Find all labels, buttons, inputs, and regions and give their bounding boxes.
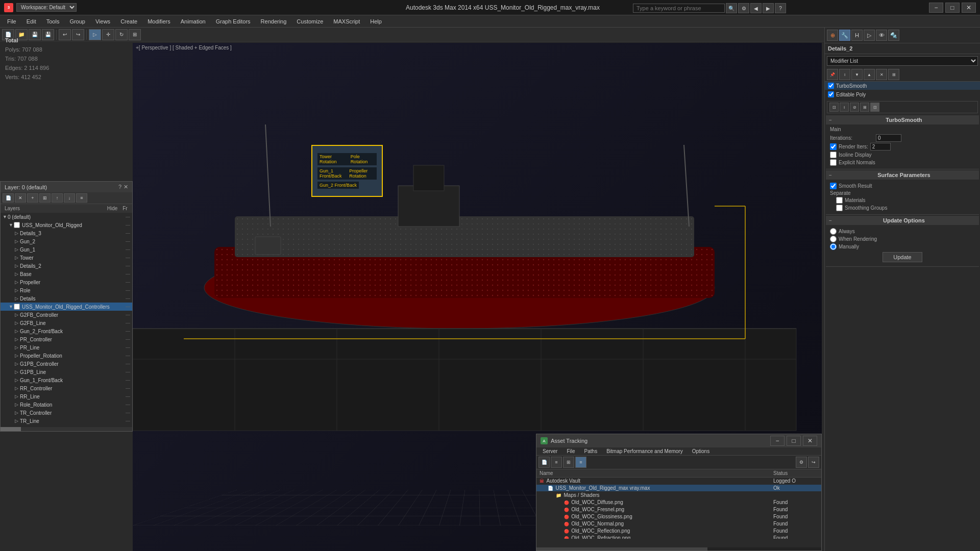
menu-group[interactable]: Group bbox=[64, 17, 90, 26]
help-button[interactable]: ? bbox=[775, 3, 786, 13]
layer-tool-2[interactable]: ✕ bbox=[15, 193, 26, 203]
layer-item[interactable]: ▷Gun_1— bbox=[1, 245, 132, 254]
layer-expand-icon[interactable]: ▷ bbox=[15, 378, 20, 383]
asset-row[interactable]: 🔴 Old_WOC_Reflection.pngFound bbox=[536, 528, 821, 535]
menu-animation[interactable]: Animation bbox=[176, 17, 211, 26]
layer-item[interactable]: ▼USS_Monitor_Old_Rigged_Controllers— bbox=[1, 303, 132, 311]
surface-params-header[interactable]: − Surface Parameters bbox=[826, 170, 979, 180]
sub-icon-5[interactable]: ⊡ bbox=[870, 103, 879, 112]
layer-expand-icon[interactable]: ▷ bbox=[15, 255, 20, 260]
search-input[interactable] bbox=[633, 4, 725, 13]
layer-expand-icon[interactable]: ▷ bbox=[15, 345, 20, 350]
layer-item[interactable]: ▷Role— bbox=[1, 286, 132, 294]
turbosmooth-active[interactable] bbox=[828, 83, 834, 89]
search-options[interactable]: ⚙ bbox=[738, 3, 749, 13]
layer-expand-icon[interactable]: ▷ bbox=[15, 263, 20, 268]
layer-item[interactable]: ▷PR_Line— bbox=[1, 343, 132, 352]
sub-icon-3[interactable]: ⊘ bbox=[850, 103, 859, 112]
layer-item[interactable]: ▷Gun_2_Front/Back— bbox=[1, 327, 132, 335]
asset-titlebar[interactable]: A Asset Tracking − □ ✕ bbox=[536, 434, 821, 447]
layer-tool-7[interactable]: ≡ bbox=[76, 193, 87, 203]
asset-menu-paths[interactable]: Paths bbox=[580, 447, 602, 455]
panel-icon-create[interactable]: ⊕ bbox=[827, 30, 838, 41]
menu-modifiers[interactable]: Modifiers bbox=[142, 17, 176, 26]
explicit-normals-check[interactable] bbox=[830, 159, 837, 166]
maximize-button[interactable]: □ bbox=[945, 3, 960, 13]
modifier-tool-1[interactable]: I bbox=[839, 69, 850, 80]
menu-create[interactable]: Create bbox=[115, 17, 142, 26]
modifier-list-dropdown[interactable]: Modifier List bbox=[827, 56, 978, 66]
panel-icon-display[interactable]: 👁 bbox=[876, 30, 887, 41]
asset-maximize[interactable]: □ bbox=[787, 436, 801, 446]
menu-graph-editors[interactable]: Graph Editors bbox=[211, 17, 256, 26]
layer-expand-icon[interactable]: ▷ bbox=[15, 329, 20, 334]
layer-item[interactable]: ▷PR_Controller— bbox=[1, 335, 132, 343]
toolbar-redo[interactable]: ↪ bbox=[72, 29, 84, 40]
asset-tool-6[interactable]: ↪ bbox=[808, 457, 819, 468]
materials-check[interactable] bbox=[836, 197, 843, 204]
layer-item[interactable]: ▷Gun_2— bbox=[1, 237, 132, 245]
layer-item[interactable]: ▷Propeller_Rotation— bbox=[1, 352, 132, 360]
asset-row[interactable]: 🔴 Old_WOC_Diffuse.pngFound bbox=[536, 499, 821, 506]
sub-icon-4[interactable]: ⊞ bbox=[860, 103, 869, 112]
asset-row[interactable]: 🔴 Old_WOC_Refraction.pngFound bbox=[536, 535, 821, 539]
iterations-input[interactable] bbox=[876, 134, 901, 142]
asset-scroll-track[interactable] bbox=[536, 547, 821, 550]
forward-nav[interactable]: ▶ bbox=[763, 3, 774, 13]
toolbar-select[interactable]: ▷ bbox=[89, 29, 101, 40]
menu-rendering[interactable]: Rendering bbox=[256, 17, 292, 26]
update-button[interactable]: Update bbox=[883, 252, 922, 262]
modifier-editable-poly[interactable]: Editable Poly bbox=[825, 90, 980, 99]
asset-row[interactable]: 📄 USS_Monitor_Old_Rigged_max vray.maxOk bbox=[536, 485, 821, 492]
layers-scroll-thumb[interactable] bbox=[1, 427, 21, 431]
panel-icon-motion[interactable]: ▷ bbox=[864, 30, 875, 41]
layer-item[interactable]: ▷TR_Line— bbox=[1, 417, 132, 425]
turbosmooth-header[interactable]: − TurboSmooth bbox=[826, 115, 979, 124]
layer-item[interactable]: ▷Role_Rotation— bbox=[1, 400, 132, 409]
editablepoly-active[interactable] bbox=[828, 91, 834, 97]
menu-views[interactable]: Views bbox=[90, 17, 115, 26]
layer-expand-icon[interactable]: ▷ bbox=[15, 402, 20, 407]
modifier-tool-5[interactable]: ⊞ bbox=[888, 69, 899, 80]
layer-expand-icon[interactable]: ▷ bbox=[15, 288, 20, 293]
layer-expand-icon[interactable]: ▷ bbox=[15, 369, 20, 374]
panel-icon-utilities[interactable]: 🔩 bbox=[888, 30, 899, 41]
layer-item[interactable]: ▷Gun_1_Front/Back— bbox=[1, 376, 132, 384]
toolbar-rotate[interactable]: ↻ bbox=[115, 29, 128, 40]
layers-panel-header[interactable]: Layer: 0 (default) ? ✕ bbox=[1, 182, 132, 192]
layer-expand-icon[interactable]: ▷ bbox=[15, 361, 20, 366]
panel-icon-hierarchy[interactable]: H bbox=[851, 30, 863, 41]
layer-expand-icon[interactable]: ▼ bbox=[3, 214, 8, 219]
menu-tools[interactable]: Tools bbox=[41, 17, 65, 26]
asset-menu-file[interactable]: File bbox=[562, 447, 579, 455]
asset-tool-1[interactable]: 📄 bbox=[538, 457, 550, 468]
modifier-turbosmooth[interactable]: TurboSmooth bbox=[825, 82, 980, 90]
layer-expand-icon[interactable]: ▷ bbox=[15, 239, 20, 244]
workspace-selector[interactable]: Workspace: Default bbox=[16, 3, 77, 12]
layer-item[interactable]: ▷RR_Controller— bbox=[1, 384, 132, 392]
layer-expand-icon[interactable]: ▼ bbox=[9, 304, 14, 309]
asset-tool-5[interactable]: ⚙ bbox=[796, 457, 807, 468]
layer-item[interactable]: ▷G2FB_Controller— bbox=[1, 311, 132, 319]
always-radio[interactable] bbox=[830, 228, 837, 235]
asset-tool-3[interactable]: ⊞ bbox=[563, 457, 574, 468]
layer-item[interactable]: ▷Details_3— bbox=[1, 229, 132, 237]
panel-icon-modify[interactable]: 🔧 bbox=[839, 30, 850, 41]
layer-visible-checkbox[interactable] bbox=[14, 222, 20, 228]
toolbar-move[interactable]: ✛ bbox=[102, 29, 114, 40]
asset-close[interactable]: ✕ bbox=[803, 436, 817, 446]
layer-expand-icon[interactable]: ▷ bbox=[15, 247, 20, 252]
sub-icon-1[interactable]: ⊡ bbox=[829, 103, 839, 112]
layer-expand-icon[interactable]: ▷ bbox=[15, 312, 20, 317]
asset-row[interactable]: 🏛 Autodesk VaultLogged O bbox=[536, 478, 821, 485]
layer-expand-icon[interactable]: ▼ bbox=[9, 222, 14, 228]
minimize-button[interactable]: − bbox=[929, 3, 943, 13]
layer-expand-icon[interactable]: ▷ bbox=[15, 296, 20, 301]
sub-icon-2[interactable]: I bbox=[840, 103, 849, 112]
layer-item[interactable]: ▷G1PB_Line— bbox=[1, 368, 132, 376]
layer-item[interactable]: ▷Propeller— bbox=[1, 278, 132, 286]
layer-expand-icon[interactable]: ▷ bbox=[15, 271, 20, 277]
layer-item[interactable]: ▷RR_Line— bbox=[1, 392, 132, 400]
when-rendering-radio[interactable] bbox=[830, 236, 837, 242]
layer-tool-4[interactable]: ⊞ bbox=[39, 193, 51, 203]
